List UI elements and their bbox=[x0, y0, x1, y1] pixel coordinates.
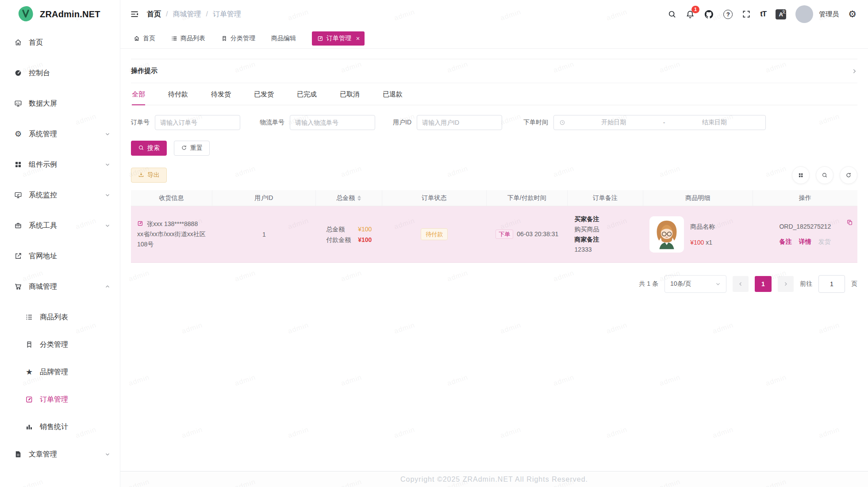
header-total-amount[interactable]: 总金额 bbox=[316, 190, 382, 206]
app-logo[interactable]: ZRAdmin.NET bbox=[0, 0, 120, 28]
product-cell: 商品名称 ¥100 x1 bbox=[643, 213, 753, 256]
chevron-down-icon bbox=[715, 281, 721, 287]
topbar: 首页 / 商城管理 / 订单管理 1 ? tT A 文 bbox=[120, 0, 868, 28]
search-button-label: 搜索 bbox=[147, 144, 160, 152]
sidebar-item-component-examples[interactable]: 组件示例 bbox=[0, 153, 120, 176]
settings-gear-icon[interactable]: ⚙ bbox=[848, 9, 856, 19]
help-icon[interactable]: ? bbox=[723, 10, 733, 19]
status-tab-pending-payment[interactable]: 待付款 bbox=[168, 90, 188, 105]
screen-icon bbox=[13, 100, 23, 107]
reset-button[interactable]: 重置 bbox=[174, 141, 210, 156]
tab-category-management[interactable]: 分类管理 bbox=[221, 35, 255, 42]
goto-label: 前往 bbox=[800, 280, 812, 288]
sidebar-item-mall-management[interactable]: 商城管理 bbox=[0, 275, 120, 298]
download-icon bbox=[138, 172, 144, 179]
breadcrumb-separator: / bbox=[206, 10, 207, 18]
breadcrumb-separator: / bbox=[166, 10, 168, 18]
consignee-address: xx省/xx市/xxx街道xx社区 108号 bbox=[137, 229, 210, 249]
sidebar-item-system-monitor[interactable]: 系统监控 bbox=[0, 184, 120, 207]
time-cell: 下单06-03 20:38:31 bbox=[487, 227, 568, 242]
sidebar-item-brand-management[interactable]: ★ 品牌管理 bbox=[0, 360, 120, 383]
sidebar-item-product-list[interactable]: 商品列表 bbox=[0, 306, 120, 329]
sidebar-item-official-site[interactable]: 官网地址 bbox=[0, 245, 120, 268]
username[interactable]: 管理员 bbox=[819, 10, 839, 19]
avatar[interactable] bbox=[795, 5, 813, 23]
operation-tips[interactable]: 操作提示 bbox=[131, 59, 857, 83]
date-range-picker[interactable]: 开始日期 - 结束日期 bbox=[553, 115, 766, 130]
paid-value: ¥100 bbox=[358, 236, 372, 243]
sidebar-item-system-management[interactable]: ⚙ 系统管理 bbox=[0, 123, 120, 146]
detail-action-link[interactable]: 详情 bbox=[799, 238, 811, 246]
refresh-table-button[interactable] bbox=[840, 166, 857, 184]
toggle-search-button[interactable] bbox=[816, 166, 833, 184]
copyright-text: Copyright ©2025 ZRAdmin.NET All Rights R… bbox=[400, 475, 588, 483]
font-size-icon[interactable]: tT bbox=[760, 10, 766, 19]
breadcrumb-home[interactable]: 首页 bbox=[147, 10, 161, 19]
chevron-down-icon bbox=[105, 192, 110, 198]
status-tab-all[interactable]: 全部 bbox=[132, 90, 145, 105]
order-time-label: 下单时间 bbox=[523, 119, 548, 127]
github-icon[interactable] bbox=[704, 9, 714, 19]
header-order-time: 下单/付款时间 bbox=[487, 190, 568, 206]
notification-bell-icon[interactable]: 1 bbox=[686, 10, 695, 19]
copy-icon[interactable] bbox=[847, 219, 853, 226]
sidebar-item-category-management[interactable]: 分类管理 bbox=[0, 333, 120, 356]
prev-page-button[interactable] bbox=[733, 276, 749, 292]
tab-product-list[interactable]: 商品列表 bbox=[171, 35, 205, 42]
page-number-1[interactable]: 1 bbox=[755, 276, 772, 292]
order-no-input[interactable] bbox=[155, 115, 240, 130]
sidebar-item-data-screen[interactable]: 数据大屏 bbox=[0, 92, 120, 115]
column-settings-button[interactable] bbox=[792, 166, 810, 184]
header-user-id: 用户ID bbox=[212, 190, 316, 206]
tab-product-edit[interactable]: 商品编辑 bbox=[271, 35, 296, 42]
fullscreen-icon[interactable] bbox=[742, 10, 751, 19]
edit-icon bbox=[317, 35, 323, 42]
status-tab-cancelled[interactable]: 已取消 bbox=[340, 90, 360, 105]
sidebar-item-system-tools[interactable]: 系统工具 bbox=[0, 214, 120, 237]
header-product-detail: 商品明细 bbox=[643, 190, 753, 206]
remark-action-link[interactable]: 备注 bbox=[780, 238, 792, 246]
sidebar-item-article-management[interactable]: 文章管理 bbox=[0, 443, 120, 466]
breadcrumb-current: 订单管理 bbox=[213, 10, 241, 19]
sidebar-item-label: 官网地址 bbox=[29, 252, 57, 261]
user-id-input[interactable] bbox=[417, 115, 502, 130]
shipping-no-input[interactable] bbox=[290, 115, 375, 130]
star-icon: ★ bbox=[24, 368, 34, 376]
goto-page-input[interactable] bbox=[818, 275, 845, 293]
status-tab-refunded[interactable]: 已退款 bbox=[383, 90, 403, 105]
sidebar-item-home[interactable]: 首页 bbox=[0, 31, 120, 54]
consignee-cell: 张xxx 138****8888 xx省/xx市/xxx街道xx社区 108号 bbox=[131, 215, 212, 253]
tab-home[interactable]: 首页 bbox=[134, 35, 155, 42]
sort-carets-icon[interactable] bbox=[357, 196, 361, 201]
sidebar: ZRAdmin.NET 首页 控制台 数据大屏 ⚙ 系统管理 bbox=[0, 0, 120, 487]
sidebar-item-order-management[interactable]: 订单管理 bbox=[0, 388, 120, 411]
page-size-select[interactable]: 10条/页 bbox=[664, 275, 726, 293]
pagination-total: 共 1 条 bbox=[639, 280, 658, 288]
sidebar-item-label: 数据大屏 bbox=[29, 99, 57, 108]
tab-label: 商品列表 bbox=[181, 35, 205, 42]
ship-action-link[interactable]: 发货 bbox=[818, 238, 831, 246]
status-tab-pending-shipment[interactable]: 待发货 bbox=[211, 90, 231, 105]
clock-icon bbox=[559, 119, 565, 126]
tab-order-management[interactable]: 订单管理 bbox=[312, 31, 365, 46]
search-icon[interactable] bbox=[668, 10, 676, 19]
status-tab-completed[interactable]: 已完成 bbox=[297, 90, 317, 105]
status-tab-shipped[interactable]: 已发货 bbox=[254, 90, 274, 105]
chevron-right-icon[interactable] bbox=[851, 68, 857, 74]
sidebar-item-sales-statistics[interactable]: 销售统计 bbox=[0, 415, 120, 438]
close-icon[interactable] bbox=[355, 36, 361, 41]
monitor-check-icon bbox=[13, 191, 23, 199]
language-icon[interactable]: A 文 bbox=[776, 9, 786, 19]
sidebar-item-console[interactable]: 控制台 bbox=[0, 61, 120, 84]
edit-address-icon[interactable] bbox=[137, 220, 143, 226]
refresh-icon bbox=[181, 145, 187, 152]
chevron-down-icon bbox=[105, 162, 110, 167]
sidebar-collapse-button[interactable] bbox=[130, 10, 139, 19]
sidebar-item-label: 商品列表 bbox=[40, 313, 68, 322]
next-page-button[interactable] bbox=[778, 276, 794, 292]
export-button[interactable]: 导出 bbox=[131, 168, 167, 183]
amount-cell: 总金额¥100 付款金额¥100 bbox=[316, 220, 382, 249]
orders-table: 收货信息 用户ID 总金额 订单状态 下单/付款时间 订单备注 商品明细 操作 bbox=[131, 190, 857, 263]
consignee-name-phone: 张xxx 138****8888 bbox=[147, 219, 198, 229]
search-button[interactable]: 搜索 bbox=[131, 141, 167, 156]
